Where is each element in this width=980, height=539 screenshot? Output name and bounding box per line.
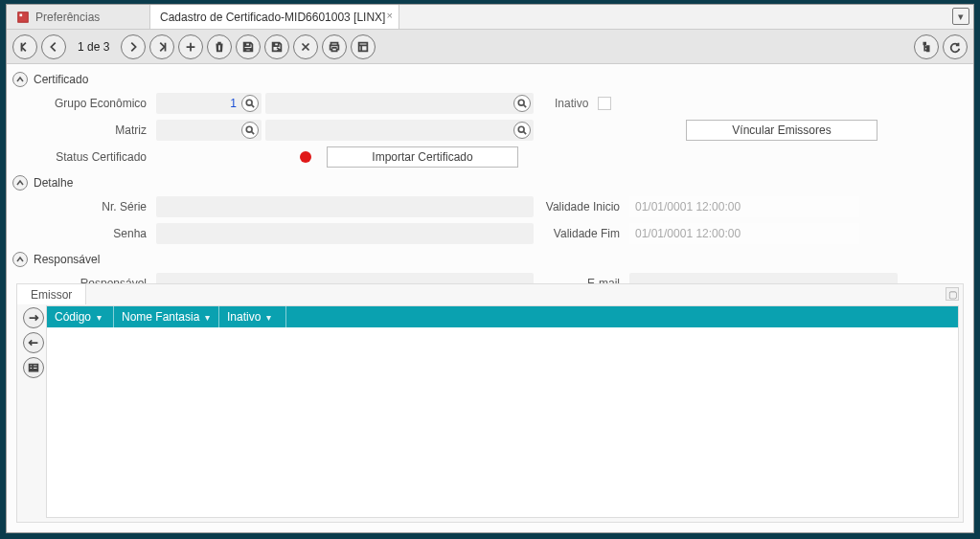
grid-header: Código ▾ Nome Fantasia ▾ Inativo ▾ xyxy=(47,306,958,327)
svg-point-4 xyxy=(246,126,252,132)
nav-last-button[interactable] xyxy=(149,34,174,59)
tab-label: Cadastro de Certificado-MID6601003 [LINX… xyxy=(160,11,385,24)
senha-input[interactable] xyxy=(162,226,528,241)
form-body: Certificado Grupo Econômico 1 Inativo Ma… xyxy=(7,64,973,532)
filter-icon[interactable]: ▾ xyxy=(266,312,271,323)
preferencias-icon xyxy=(16,11,30,24)
grid-col-label: Inativo xyxy=(227,310,261,324)
subgrid-remove-button[interactable] xyxy=(23,332,44,353)
grupo-economico-field[interactable]: 1 xyxy=(156,93,262,114)
tab-preferencias[interactable]: Preferências xyxy=(7,5,150,29)
record-counter: 1 de 3 xyxy=(70,40,117,54)
nr-serie-input[interactable] xyxy=(162,199,528,214)
label-matriz: Matriz xyxy=(12,124,156,137)
svg-rect-1 xyxy=(20,13,23,16)
lookup-icon[interactable] xyxy=(513,95,531,112)
validade-inicio-value: 01/01/0001 12:00:00 xyxy=(635,200,741,213)
subgrid-tab-label: Emissor xyxy=(31,288,72,302)
section-toggle-icon[interactable] xyxy=(12,252,28,267)
lookup-icon[interactable] xyxy=(241,122,259,139)
svg-point-5 xyxy=(518,126,524,132)
svg-point-3 xyxy=(518,100,524,105)
vincular-emissores-label: Víncular Emissores xyxy=(732,124,831,137)
svg-point-2 xyxy=(246,100,252,105)
subgrid-emissor: Emissor ▢ Código ▾ Nome Fant xyxy=(16,283,964,523)
matriz-field[interactable] xyxy=(156,120,262,141)
layout-button[interactable] xyxy=(351,34,376,59)
senha-field[interactable] xyxy=(156,223,534,244)
filter-icon[interactable]: ▾ xyxy=(205,312,210,323)
save-next-button[interactable] xyxy=(264,34,289,59)
label-inativo: Inativo xyxy=(555,97,588,110)
save-button[interactable] xyxy=(236,34,261,59)
subgrid-grid-button[interactable] xyxy=(23,357,44,378)
nav-next-button[interactable] xyxy=(121,34,146,59)
nr-serie-field[interactable] xyxy=(156,196,534,217)
lookup-icon[interactable] xyxy=(513,122,531,139)
lookup-icon[interactable] xyxy=(241,95,259,112)
vincular-emissores-button[interactable]: Víncular Emissores xyxy=(686,120,877,141)
matriz-desc-field[interactable] xyxy=(265,120,534,141)
add-button[interactable] xyxy=(178,34,203,59)
label-validade-fim: Validade Fim xyxy=(534,227,629,240)
status-indicator-icon xyxy=(300,151,311,163)
grid-rows[interactable] xyxy=(47,327,958,517)
validade-fim-field[interactable]: 01/01/0001 12:00:00 xyxy=(629,223,859,244)
section-detalhe: Detalhe Nr. Série Validade Inicio 01/01/… xyxy=(12,175,964,246)
label-status-certificado: Status Certificado xyxy=(12,150,156,164)
section-toggle-icon[interactable] xyxy=(12,72,28,87)
importar-certificado-button[interactable]: Importar Certificado xyxy=(327,146,518,168)
importar-certificado-label: Importar Certificado xyxy=(372,150,472,164)
tab-close-icon[interactable]: × xyxy=(387,10,393,21)
app-window: Preferências Cadastro de Certificado-MID… xyxy=(6,4,974,533)
tree-button[interactable] xyxy=(914,34,939,59)
subgrid-table: Código ▾ Nome Fantasia ▾ Inativo ▾ xyxy=(46,305,959,518)
section-title: Responsável xyxy=(34,253,100,266)
print-button[interactable] xyxy=(322,34,347,59)
inativo-checkbox[interactable] xyxy=(598,97,611,110)
matriz-desc-input[interactable] xyxy=(271,123,528,138)
grid-col-nome-fantasia[interactable]: Nome Fantasia ▾ xyxy=(114,306,219,327)
validade-inicio-field[interactable]: 01/01/0001 12:00:00 xyxy=(629,196,859,217)
grid-col-label: Nome Fantasia xyxy=(122,310,199,324)
grid-col-inativo[interactable]: Inativo ▾ xyxy=(219,306,286,327)
label-senha: Senha xyxy=(12,227,156,240)
cancel-button[interactable] xyxy=(293,34,318,59)
nav-prev-button[interactable] xyxy=(41,34,66,59)
toolbar: 1 de 3 xyxy=(7,30,973,64)
subgrid-toolbar xyxy=(21,305,46,518)
delete-button[interactable] xyxy=(207,34,232,59)
section-title: Certificado xyxy=(34,73,88,86)
tab-cadastro-certificado[interactable]: Cadastro de Certificado-MID6601003 [LINX… xyxy=(150,5,399,29)
label-nr-serie: Nr. Série xyxy=(12,200,156,213)
refresh-button[interactable] xyxy=(943,34,968,59)
nav-first-button[interactable] xyxy=(12,34,37,59)
grupo-economico-value: 1 xyxy=(230,97,237,110)
grupo-economico-desc-field[interactable] xyxy=(265,93,534,114)
label-grupo-economico: Grupo Econômico xyxy=(12,97,156,110)
subgrid-close-icon[interactable]: ▢ xyxy=(946,287,959,301)
svg-rect-0 xyxy=(18,11,29,22)
grid-col-codigo[interactable]: Código ▾ xyxy=(47,306,114,327)
subgrid-add-button[interactable] xyxy=(23,307,44,328)
section-certificado: Certificado Grupo Econômico 1 Inativo Ma… xyxy=(12,72,964,169)
section-title: Detalhe xyxy=(34,176,73,190)
filter-icon[interactable]: ▾ xyxy=(97,312,102,323)
grid-col-label: Código xyxy=(55,310,91,324)
tab-bar: Preferências Cadastro de Certificado-MID… xyxy=(7,5,973,30)
label-validade-inicio: Validade Inicio xyxy=(534,200,629,213)
subgrid-tab-emissor[interactable]: Emissor xyxy=(16,283,86,304)
grupo-economico-desc-input[interactable] xyxy=(271,96,528,111)
grid-col-spacer xyxy=(286,306,958,327)
tab-label: Preferências xyxy=(35,11,100,24)
section-toggle-icon[interactable] xyxy=(12,175,28,191)
tabbar-dropdown-icon[interactable]: ▾ xyxy=(952,8,969,25)
validade-fim-value: 01/01/0001 12:00:00 xyxy=(635,227,741,240)
